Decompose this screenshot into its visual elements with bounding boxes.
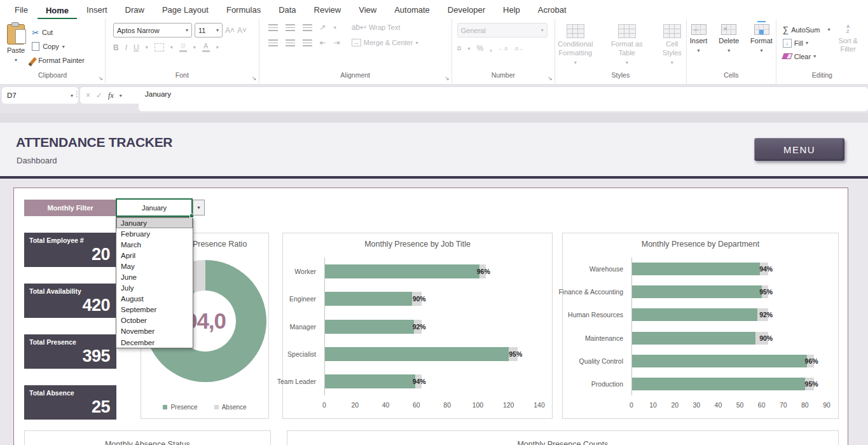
month-option-may[interactable]: May [116, 261, 193, 271]
delete-cells-button[interactable]: × Delete ▾ [715, 23, 742, 71]
tab-review[interactable]: Review [306, 1, 350, 19]
job-title-chart-card[interactable]: Monthly Presence by Job Title WorkerEngi… [282, 233, 553, 419]
italic-button[interactable]: I [125, 43, 127, 52]
conditional-formatting-button[interactable]: Conditional Formatting ▾ [552, 23, 599, 71]
font-size-select[interactable]: 11▾ [195, 23, 223, 38]
month-option-august[interactable]: August [116, 294, 193, 305]
month-option-february[interactable]: February [116, 228, 193, 239]
bar-row: 96% [632, 350, 827, 373]
align-left-icon[interactable] [268, 39, 278, 46]
formula-input[interactable]: January [139, 87, 868, 111]
font-name-select[interactable]: Aptos Narrow▾ [113, 23, 192, 38]
presence-swatch [163, 405, 167, 409]
paste-button[interactable]: Paste ▾ [4, 23, 28, 71]
decrease-font-icon[interactable]: A˅ [237, 26, 247, 35]
decrease-decimal-icon[interactable]: .0→ [514, 46, 523, 51]
tab-developer[interactable]: Developer [439, 1, 493, 19]
tab-automate[interactable]: Automate [386, 1, 438, 19]
fill-button[interactable]: ↓ Fill ▾ [783, 36, 830, 50]
comma-style-icon[interactable]: , [490, 44, 492, 53]
wrap-text-button[interactable]: ab↩ Wrap Text [352, 23, 401, 32]
month-option-november[interactable]: November [116, 326, 193, 337]
underline-button[interactable]: U [134, 43, 139, 52]
format-as-table-icon [618, 24, 636, 38]
font-color-icon[interactable]: A [202, 43, 210, 52]
cell-styles-button[interactable]: Cell Styles ▾ [655, 23, 689, 71]
worksheet-gap [0, 113, 868, 123]
align-right-icon[interactable] [303, 39, 312, 46]
sort-filter-button[interactable]: AZ Sort & Filter [835, 23, 861, 71]
month-option-january[interactable]: January [116, 217, 193, 228]
insert-cells-button[interactable]: ← Insert ▾ [687, 23, 711, 71]
align-top-icon[interactable] [268, 24, 278, 31]
data-label: 95% [509, 350, 522, 358]
autosum-button[interactable]: ∑ AutoSum ▾ [783, 23, 830, 36]
formula-controls: × ✓ fx ▾ [80, 87, 146, 104]
increase-indent-icon[interactable]: ⇥ [334, 38, 340, 47]
merge-center-button[interactable]: ↔ Merge & Center ▾ [352, 39, 418, 46]
tab-data[interactable]: Data [270, 1, 304, 19]
dialog-launcher-icon[interactable]: ↘ [98, 75, 103, 81]
cut-button[interactable]: ✂ Cut [32, 25, 85, 39]
month-filter-dropdown-button[interactable]: ▼ [193, 200, 205, 216]
month-option-march[interactable]: March [116, 239, 193, 250]
category-label: Specialist [283, 340, 321, 367]
increase-decimal-icon[interactable]: ←.0 [499, 46, 508, 51]
insert-function-icon[interactable]: fx [108, 91, 114, 100]
month-option-july[interactable]: July [116, 283, 193, 294]
orientation-icon[interactable]: ↗ [320, 23, 326, 32]
presence-bar [632, 332, 755, 345]
month-option-december[interactable]: December [116, 337, 193, 348]
data-label: 95% [759, 288, 773, 296]
tab-insert[interactable]: Insert [78, 1, 116, 19]
increase-font-icon[interactable]: A˄ [225, 26, 235, 35]
month-option-june[interactable]: June [116, 271, 193, 282]
scissors-icon: ✂ [32, 28, 39, 38]
tab-help[interactable]: Help [495, 1, 528, 19]
x-tick-label: 90 [823, 401, 830, 409]
dialog-launcher-icon[interactable]: ↘ [444, 75, 450, 81]
fill-color-icon[interactable]: ⛆ [179, 43, 187, 52]
number-format-select[interactable]: General▾ [457, 23, 548, 38]
tab-view[interactable]: View [350, 1, 385, 19]
presence-bar [632, 308, 757, 321]
format-painter-button[interactable]: Format Painter [32, 53, 85, 67]
enter-icon[interactable]: ✓ [96, 91, 102, 100]
kpi-total-presence: Total Presence 395 [24, 334, 116, 369]
tab-formulas[interactable]: Formulas [218, 1, 269, 19]
month-option-april[interactable]: April [116, 250, 193, 261]
tab-page-layout[interactable]: Page Layout [154, 1, 217, 19]
tab-home[interactable]: Home [38, 2, 77, 20]
presence-counts-chart-card[interactable]: Monthly Presence Counts [287, 430, 839, 445]
bold-button[interactable]: B [113, 43, 119, 52]
copy-button[interactable]: Copy ▾ [32, 39, 85, 53]
name-box[interactable]: D7 ▾ [2, 87, 78, 104]
accounting-format-icon[interactable]: ¤ [457, 44, 462, 53]
format-cells-button[interactable]: Format ▾ [747, 23, 776, 71]
cancel-icon[interactable]: × [86, 91, 90, 100]
department-chart-card[interactable]: Monthly Presence by Department Warehouse… [562, 233, 839, 419]
tab-acrobat[interactable]: Acrobat [530, 1, 575, 19]
group-number: General▾ ¤▾ % , ←.0 .0→ Number ↘ [452, 19, 555, 83]
month-option-september[interactable]: September [116, 305, 193, 315]
bar-row: 92% [632, 303, 827, 326]
percent-style-icon[interactable]: % [477, 44, 484, 53]
align-bottom-icon[interactable] [303, 24, 312, 31]
borders-icon[interactable] [155, 43, 164, 51]
menu-button[interactable]: MENU [754, 138, 844, 161]
dialog-launcher-icon[interactable]: ↘ [548, 75, 553, 81]
align-center-icon[interactable] [286, 39, 295, 46]
month-option-october[interactable]: October [116, 315, 193, 326]
bar-row: 90% [325, 285, 539, 312]
decrease-indent-icon[interactable]: ⇤ [320, 38, 326, 47]
category-label: Team Leader [283, 368, 321, 395]
clear-button[interactable]: Clear ▾ [783, 50, 830, 63]
month-filter-cell[interactable]: January [116, 198, 193, 217]
dialog-launcher-icon[interactable]: ↘ [252, 75, 257, 81]
tab-file[interactable]: File [6, 1, 36, 19]
absence-status-chart-card[interactable]: Monthly Absence Status [24, 430, 271, 445]
eraser-icon [782, 53, 792, 59]
format-as-table-button[interactable]: Format as Table ▾ [605, 23, 649, 71]
tab-draw[interactable]: Draw [117, 1, 153, 19]
align-middle-icon[interactable] [286, 24, 295, 31]
